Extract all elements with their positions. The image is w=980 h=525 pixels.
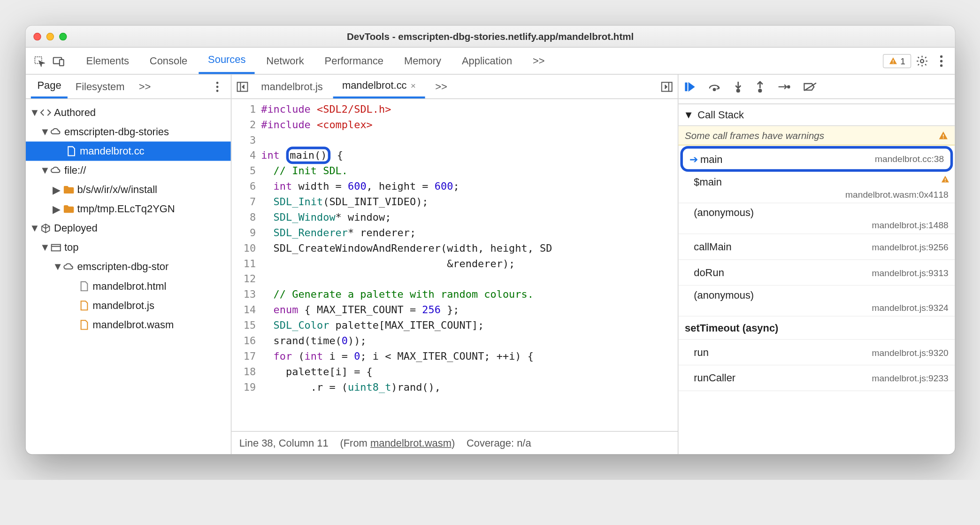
svg-rect-3 [893,60,894,62]
svg-point-8 [940,64,942,66]
callstack-frame[interactable]: callMainmandelbrot.js:9256 [678,234,955,260]
svg-point-11 [216,89,219,92]
tree-dir-2[interactable]: ▶tmp/tmp.ELcTq2YGN [26,200,231,219]
file-icon [78,300,90,311]
step-into-icon[interactable] [734,81,743,93]
warning-icon [938,130,949,140]
tab-sources[interactable]: Sources [199,47,255,74]
svg-point-7 [940,60,942,62]
tree-file-proto[interactable]: ▼file:// [26,161,231,180]
top-tabs: Elements Console Sources Network Perform… [26,47,955,75]
tab-elements[interactable]: Elements [77,47,138,74]
kebab-icon[interactable] [209,78,226,95]
devtools-window: DevTools - emscripten-dbg-stories.netlif… [26,26,955,454]
tree-dir-1[interactable]: ▶b/s/w/ir/x/w/install [26,180,231,200]
svg-rect-30 [945,181,946,182]
gutter: 12345678910111213141516171819 [231,99,261,431]
window-title: DevTools - emscripten-dbg-stories.netlif… [26,31,955,42]
svg-rect-29 [945,178,946,180]
svg-point-23 [759,89,761,92]
device-mode-icon[interactable] [50,53,67,69]
tree-origin-2[interactable]: ▼emscripten-dbg-stor [26,257,231,277]
toggle-navigator-icon[interactable] [234,78,251,95]
step-icon[interactable] [777,82,790,91]
svg-point-6 [940,55,942,57]
toggle-sidebar-icon[interactable] [658,78,675,95]
gear-icon[interactable] [914,53,931,69]
tree-origin[interactable]: ▼emscripten-dbg-stories [26,122,231,141]
async-separator: setTimeout (async) [678,317,955,340]
nav-tab-page[interactable]: Page [31,75,68,99]
resume-icon[interactable] [683,81,695,93]
callstack-frame[interactable]: (anonymous)mandelbrot.js:9324 [678,286,955,317]
source-tabs: mandelbrot.js mandelbrot.cc× >> [231,75,678,99]
file-tree: ▼Authored ▼emscripten-dbg-stories mandel… [26,99,231,339]
cube-icon [40,223,52,234]
file-icon [78,280,90,292]
svg-point-9 [216,81,219,84]
code-editor[interactable]: 12345678910111213141516171819 #include <… [231,99,678,431]
folder-icon [63,184,75,196]
nav-subtabs: Page Filesystem >> [26,75,231,99]
tree-authored[interactable]: ▼Authored [26,103,231,122]
cloud-icon [50,126,62,138]
file-icon [78,319,90,331]
tree-file-wasm[interactable]: mandelbrot.wasm [26,315,231,334]
origin-info: (From mandelbrot.wasm) [340,437,455,449]
svg-rect-27 [943,134,944,137]
tab-performance[interactable]: Performance [315,47,392,74]
file-icon [66,146,77,157]
src-tab-js[interactable]: mandelbrot.js [252,75,332,99]
origin-link[interactable]: mandelbrot.wasm [370,437,452,448]
callstack-frame[interactable]: ➔mainmandelbrot.cc:38 [680,146,953,172]
step-out-icon[interactable] [756,81,765,93]
cloud-icon [50,165,62,177]
cursor-position: Line 38, Column 11 [239,437,329,449]
svg-point-21 [737,89,739,92]
close-icon[interactable]: × [411,80,416,91]
svg-rect-12 [52,245,61,251]
nav-tab-more[interactable]: >> [132,75,157,99]
svg-point-25 [788,85,790,88]
debugger-panel: ▼Call Stack Some call frames have warnin… [678,75,955,454]
src-tab-more[interactable]: >> [426,75,456,99]
callstack-frame[interactable]: (anonymous)mandelbrot.js:1488 [678,203,955,234]
code-lines: #include <SDL2/SDL.h> #include <complex>… [261,99,678,431]
warnings-counter[interactable]: 1 [883,54,911,68]
svg-point-5 [920,59,924,62]
code-icon [40,107,52,118]
step-over-icon[interactable] [708,81,720,92]
debugger-toolbar [678,75,955,99]
callstack-frame[interactable]: runCallermandelbrot.js:9233 [678,365,955,391]
tabs-overflow[interactable]: >> [524,47,554,74]
callstack-frame[interactable]: doRunmandelbrot.js:9313 [678,260,955,286]
inspect-icon[interactable] [31,53,48,69]
kebab-icon[interactable] [933,53,950,69]
svg-rect-2 [60,59,64,65]
svg-point-10 [216,85,219,88]
nav-tab-filesystem[interactable]: Filesystem [69,75,131,99]
tree-file-html[interactable]: mandelbrot.html [26,277,231,296]
status-bar: Line 38, Column 11 (From mandelbrot.wasm… [231,431,678,454]
tree-file-js[interactable]: mandelbrot.js [26,296,231,315]
callstack-frame[interactable]: $mainmandelbrot.wasm:0x4118 [678,172,955,203]
navigator-panel: Page Filesystem >> ▼Authored ▼emscripten… [26,75,231,454]
tree-file-mandelbrot-cc[interactable]: mandelbrot.cc [26,141,231,161]
main-body: Page Filesystem >> ▼Authored ▼emscripten… [26,75,955,454]
svg-rect-28 [943,137,944,138]
tab-memory[interactable]: Memory [395,47,451,74]
callstack-warning: Some call frames have warnings [678,126,955,146]
callstack-header[interactable]: ▼Call Stack [678,104,955,126]
tab-application[interactable]: Application [453,47,521,74]
tree-deployed[interactable]: ▼Deployed [26,219,231,238]
frame-icon [50,242,62,254]
tab-network[interactable]: Network [257,47,313,74]
deactivate-breakpoints-icon[interactable] [803,81,817,92]
src-tab-cc[interactable]: mandelbrot.cc× [333,75,425,99]
tab-console[interactable]: Console [141,47,197,74]
warning-count: 1 [900,56,905,66]
callstack-frame[interactable]: runmandelbrot.js:9320 [678,340,955,365]
callstack-list: ➔mainmandelbrot.cc:38$mainmandelbrot.was… [678,146,955,455]
tree-top[interactable]: ▼top [26,238,231,257]
svg-rect-18 [685,83,687,90]
